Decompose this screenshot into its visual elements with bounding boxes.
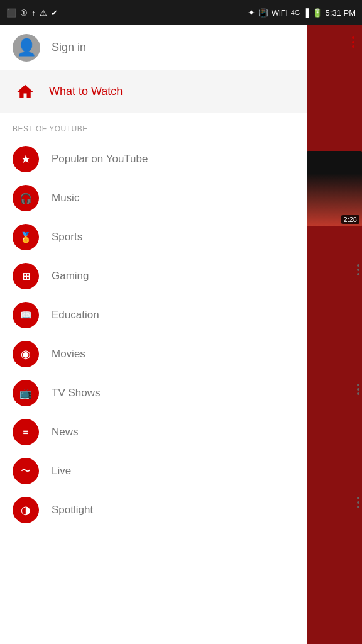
status-icons-left: ⬛ ① ↑ ⚠ ✔ bbox=[6, 8, 58, 18]
music-icon-circle: 🎧 bbox=[13, 185, 39, 211]
main-container: 👤 Sign in What to Watch BEST OF YOUTUBE … bbox=[0, 25, 362, 644]
dot bbox=[357, 269, 359, 271]
sports-label: Sports bbox=[52, 231, 82, 243]
popular-label: Popular on YouTube bbox=[52, 153, 148, 165]
live-icon: 〜 bbox=[21, 465, 31, 478]
alert-icon: ⚠ bbox=[40, 8, 47, 18]
tvshows-icon-circle: 📺 bbox=[13, 380, 39, 406]
news-icon: ≡ bbox=[23, 427, 28, 437]
book-icon: 📖 bbox=[20, 309, 32, 321]
overflow-menu-button[interactable] bbox=[349, 34, 357, 50]
gamepad-icon: ⊞ bbox=[22, 270, 30, 282]
what-to-watch-row[interactable]: What to Watch bbox=[0, 70, 307, 113]
vibrate-icon: 📳 bbox=[258, 8, 268, 18]
network-4g-icon: 4G bbox=[291, 9, 300, 16]
status-bar: ⬛ ① ↑ ⚠ ✔ ✦ 📳 WiFi 4G ▐ 🔋 5:31 PM bbox=[0, 0, 362, 25]
video-thumbnail[interactable]: 2:28 bbox=[307, 151, 362, 226]
dot bbox=[357, 506, 359, 508]
news-label: News bbox=[52, 426, 79, 438]
spotlight-icon: ◑ bbox=[21, 503, 31, 517]
film-icon: ◉ bbox=[21, 347, 31, 361]
dot bbox=[357, 273, 359, 275]
dot bbox=[357, 384, 359, 386]
status-icons-right: ✦ 📳 WiFi 4G ▐ 🔋 5:31 PM bbox=[248, 8, 356, 18]
navigation-drawer: 👤 Sign in What to Watch BEST OF YOUTUBE … bbox=[0, 25, 307, 644]
video-duration: 2:28 bbox=[341, 215, 359, 224]
signal-icon: ▐ bbox=[303, 8, 309, 18]
news-icon-circle: ≡ bbox=[13, 419, 39, 445]
avatar: 👤 bbox=[13, 34, 40, 62]
menu-list: ★ Popular on YouTube 🎧 Music 🏅 Sports bbox=[0, 140, 307, 644]
spotlight-label: Spotlight bbox=[52, 504, 93, 516]
what-to-watch-label: What to Watch bbox=[49, 85, 123, 98]
tvshows-label: TV Shows bbox=[52, 387, 100, 399]
gaming-label: Gaming bbox=[52, 270, 89, 282]
time-display: 5:31 PM bbox=[326, 8, 356, 18]
list-item-overflow-2[interactable] bbox=[357, 384, 359, 395]
menu-item-gaming[interactable]: ⊞ Gaming bbox=[0, 257, 307, 296]
bluetooth-icon: ✦ bbox=[248, 8, 255, 18]
task-icon: ✔ bbox=[51, 8, 58, 18]
menu-item-spotlight[interactable]: ◑ Spotlight bbox=[0, 491, 307, 530]
movies-icon-circle: ◉ bbox=[13, 341, 39, 367]
star-icon: ★ bbox=[21, 152, 31, 166]
dot bbox=[357, 501, 359, 504]
menu-item-tvshows[interactable]: 📺 TV Shows bbox=[0, 374, 307, 413]
dot bbox=[357, 392, 359, 395]
dot bbox=[357, 497, 359, 499]
person-icon: 👤 bbox=[16, 38, 36, 57]
movies-label: Movies bbox=[52, 348, 85, 360]
screen-icon: ⬛ bbox=[6, 8, 16, 18]
live-label: Live bbox=[52, 465, 71, 477]
sign-in-label[interactable]: Sign in bbox=[52, 41, 86, 54]
menu-item-news[interactable]: ≡ News bbox=[0, 413, 307, 452]
menu-item-music[interactable]: 🎧 Music bbox=[0, 179, 307, 218]
list-item-overflow-1[interactable] bbox=[357, 264, 359, 275]
music-label: Music bbox=[52, 192, 79, 204]
section-header-best-of-youtube: BEST OF YOUTUBE bbox=[0, 113, 307, 140]
medal-icon: 🏅 bbox=[19, 231, 32, 243]
right-panel: y Now 2:28 bbox=[307, 25, 362, 644]
popular-icon-circle: ★ bbox=[13, 146, 39, 172]
notification-1-icon: ① bbox=[20, 8, 28, 18]
home-icon-wrap bbox=[13, 79, 38, 104]
sports-icon-circle: 🏅 bbox=[13, 224, 39, 250]
education-label: Education bbox=[52, 309, 99, 321]
sign-in-row[interactable]: 👤 Sign in bbox=[0, 25, 307, 70]
menu-item-education[interactable]: 📖 Education bbox=[0, 296, 307, 335]
spotlight-icon-circle: ◑ bbox=[13, 497, 39, 523]
dot bbox=[357, 388, 359, 391]
menu-item-sports[interactable]: 🏅 Sports bbox=[0, 218, 307, 257]
dot-3 bbox=[352, 45, 354, 48]
dot bbox=[357, 264, 359, 267]
headphones-icon: 🎧 bbox=[19, 192, 32, 204]
wifi-icon: WiFi bbox=[272, 8, 288, 18]
home-icon bbox=[16, 82, 35, 101]
upload-icon: ↑ bbox=[31, 8, 36, 18]
menu-item-movies[interactable]: ◉ Movies bbox=[0, 335, 307, 374]
dot-1 bbox=[352, 36, 354, 39]
menu-item-live[interactable]: 〜 Live bbox=[0, 452, 307, 491]
tv-icon: 📺 bbox=[19, 387, 32, 399]
dot-2 bbox=[352, 41, 354, 43]
battery-icon: 🔋 bbox=[312, 8, 322, 18]
education-icon-circle: 📖 bbox=[13, 302, 39, 328]
gaming-icon-circle: ⊞ bbox=[13, 263, 39, 289]
list-item-overflow-3[interactable] bbox=[357, 497, 359, 508]
menu-item-popular[interactable]: ★ Popular on YouTube bbox=[0, 140, 307, 179]
live-icon-circle: 〜 bbox=[13, 458, 39, 484]
